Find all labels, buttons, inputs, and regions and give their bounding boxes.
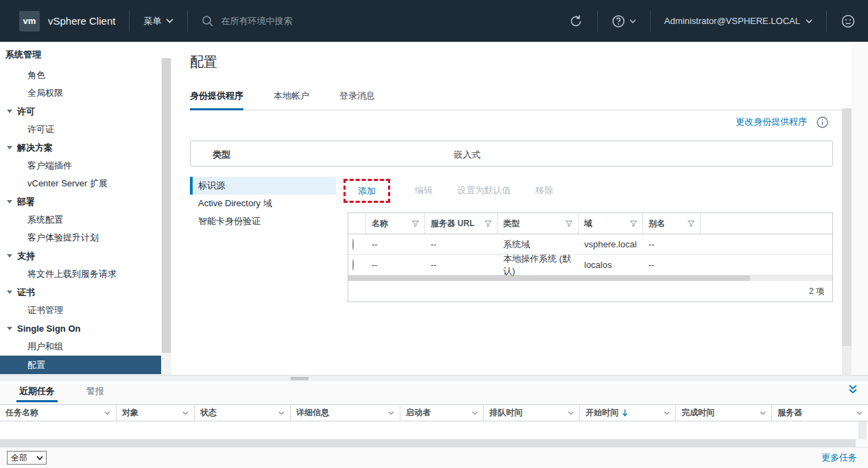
column-header-target: 对象 (117, 405, 195, 421)
sidebar-item-system-configuration[interactable]: 系统配置 (0, 211, 175, 229)
main-vertical-scrollbar-thumb[interactable] (842, 108, 852, 346)
row-radio-button[interactable] (352, 259, 354, 271)
vsphere-client-window: vm vSphere Client 菜单 在所有环境中搜索 Administra… (0, 0, 868, 468)
column-label: 排队时间 (490, 407, 522, 419)
sidebar-item-vcenter-server-extensions[interactable]: vCenter Server 扩展 (0, 175, 175, 193)
help-menu[interactable] (612, 14, 636, 28)
more-tasks-link[interactable]: 更多任务 (821, 452, 857, 464)
sort-descending-icon[interactable] (622, 409, 628, 417)
vmware-logo: vm (19, 11, 40, 32)
sidebar-group-support[interactable]: 支持 (0, 247, 175, 265)
tab-recent-tasks[interactable]: 近期任务 (19, 385, 55, 397)
chevron-down-icon[interactable] (472, 411, 478, 415)
change-idp-row: 更改身份提供程序 (736, 116, 828, 128)
chevron-down-icon[interactable] (760, 411, 766, 415)
menu-dropdown[interactable]: 菜单 (143, 15, 173, 27)
user-menu[interactable]: Administrator@VSPHERE.LOCAL (664, 16, 812, 26)
remove-button[interactable]: 移除 (535, 184, 553, 197)
set-default-button[interactable]: 设置为默认值 (457, 184, 511, 197)
sidebar-item-upload-file-to-service-request[interactable]: 将文件上载到服务请求 (0, 265, 175, 283)
column-header-completion-time: 完成时间 (676, 405, 772, 421)
chevron-down-icon[interactable] (104, 411, 110, 415)
top-bar-right: Administrator@VSPHERE.LOCAL (568, 11, 856, 32)
subnav-item-identity-sources[interactable]: 标识源 (190, 177, 336, 195)
table-row: -- -- 系统域 vsphere.local -- (348, 234, 832, 255)
chevron-down-icon[interactable] (664, 411, 670, 415)
chevron-down-icon (629, 19, 636, 23)
add-button[interactable]: 添加 (358, 185, 376, 197)
change-identity-provider-link[interactable]: 更改身份提供程序 (736, 116, 807, 128)
cell-server-url: -- (425, 260, 498, 270)
cell-domain: localos (579, 260, 643, 270)
chevron-down-icon (36, 456, 43, 460)
splitter-grip[interactable] (291, 377, 309, 380)
column-label: 对象 (122, 407, 138, 419)
tasks-horizontal-scrollbar[interactable] (0, 439, 856, 447)
task-filter-select[interactable]: 全部 (7, 451, 47, 465)
triangle-down-icon (7, 254, 12, 258)
sidebar-group-licensing[interactable]: 许可 (0, 102, 175, 121)
sidebar-group-certificates[interactable]: 证书 (0, 283, 175, 301)
chevron-down-icon (166, 19, 173, 23)
sidebar-group-single-sign-on[interactable]: Single Sign On (0, 319, 175, 338)
row-radio-button[interactable] (352, 238, 354, 250)
panel-resize-splitter[interactable] (0, 375, 868, 381)
tab-login-message[interactable]: 登录消息 (339, 90, 375, 102)
global-search-field[interactable]: 在所有环境中搜索 (202, 15, 292, 27)
sidebar-item-global-permissions[interactable]: 全局权限 (0, 84, 175, 102)
subnav-item-active-directory-domain[interactable]: Active Directory 域 (190, 195, 336, 212)
chevron-down-icon[interactable] (182, 411, 189, 415)
select-column-header (348, 213, 366, 234)
chevron-down-icon[interactable] (388, 411, 394, 415)
feedback-smiley-icon[interactable] (841, 14, 856, 29)
sidebar-group-deployment[interactable]: 部署 (0, 193, 175, 211)
column-label: 开始时间 (586, 407, 618, 419)
sidebar-item-client-plugins[interactable]: 客户端插件 (0, 157, 175, 175)
double-chevron-down-icon[interactable] (847, 384, 858, 395)
filter-icon[interactable] (485, 221, 492, 227)
help-icon (612, 14, 625, 28)
sidebar-item-users-and-groups[interactable]: 用户和组 (0, 338, 175, 356)
sidebar-scrollbar-thumb[interactable] (162, 58, 171, 353)
sidebar-group-solutions[interactable]: 解决方案 (0, 138, 175, 157)
top-bar: vm vSphere Client 菜单 在所有环境中搜索 Administra… (0, 0, 868, 42)
tasks-vertical-scrollbar[interactable] (858, 421, 867, 439)
sidebar-item-certificate-management[interactable]: 证书管理 (0, 301, 175, 319)
table-horizontal-scrollbar[interactable] (348, 275, 832, 281)
cell-alias: -- (643, 260, 701, 270)
sidebar-item-licenses[interactable]: 许可证 (0, 121, 175, 138)
subnav-item-smart-card-authentication[interactable]: 智能卡身份验证 (190, 212, 336, 230)
tab-alarms[interactable]: 警报 (86, 385, 104, 397)
main-content: 配置 身份提供程序 本地帐户 登录消息 更改身份提供程序 类型 嵌入式 标识源 … (175, 42, 868, 375)
filter-icon[interactable] (688, 221, 695, 227)
sidebar-item-roles[interactable]: 角色 (0, 66, 175, 84)
menu-label: 菜单 (143, 15, 161, 27)
chevron-down-icon[interactable] (856, 411, 863, 415)
triangle-down-icon (7, 110, 12, 113)
chevron-down-icon[interactable] (568, 411, 574, 415)
sidebar-item-configuration[interactable]: 配置 (0, 356, 161, 374)
sidebar-scrollbar[interactable] (161, 58, 171, 375)
edit-button[interactable]: 编辑 (415, 184, 433, 197)
filter-icon[interactable] (630, 221, 637, 227)
tab-local-accounts[interactable]: 本地帐户 (274, 90, 309, 102)
column-header-type: 类型 (498, 213, 579, 234)
info-icon[interactable] (817, 116, 828, 128)
tasks-header-row: 任务名称 对象 状态 详细信息 启动者 排队时间 (0, 404, 868, 421)
column-header-name: 名称 (366, 213, 425, 234)
main-vertical-scrollbar[interactable] (842, 108, 852, 375)
annotation-red-dashed-box: 添加 (343, 179, 390, 203)
identity-provider-content: 标识源 Active Directory 域 智能卡身份验证 添加 编辑 设置为… (190, 177, 833, 302)
chevron-down-icon[interactable] (278, 411, 285, 415)
filter-icon[interactable] (412, 221, 419, 227)
sidebar-item-ceip[interactable]: 客户体验提升计划 (0, 229, 175, 247)
filter-icon[interactable] (566, 221, 572, 227)
column-header-alias: 别名 (643, 213, 701, 234)
refresh-icon[interactable] (568, 14, 583, 29)
column-label: 详细信息 (296, 407, 329, 419)
cell-type: 本地操作系统 (默认) (498, 253, 579, 278)
column-header-server: 服务器 (772, 405, 868, 421)
sidebar-group-label: 证书 (17, 286, 35, 299)
tab-identity-provider[interactable]: 身份提供程序 (190, 90, 243, 102)
column-label: 服务器 URL (431, 218, 474, 230)
